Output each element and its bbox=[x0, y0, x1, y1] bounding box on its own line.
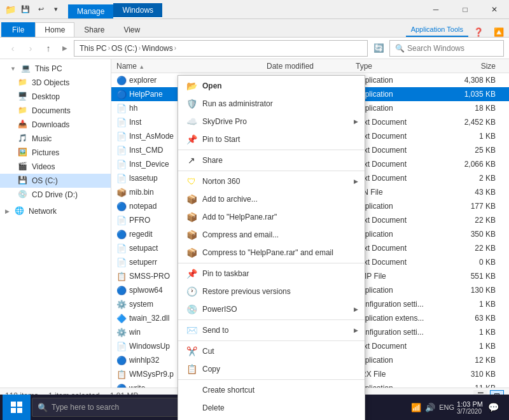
sidebar-item-3d-objects[interactable]: 📁 3D Objects bbox=[0, 76, 111, 90]
quick-dropdown-btn[interactable]: ▾ bbox=[49, 3, 63, 17]
ctx-run-admin-label: Run as administrator bbox=[202, 99, 273, 108]
ctx-open[interactable]: 📂 Open bbox=[178, 77, 365, 95]
ctx-run-admin[interactable]: 🛡️ Run as administrator bbox=[178, 95, 365, 113]
file-name-write: write bbox=[129, 384, 145, 388]
ctx-copy[interactable]: 📋 Copy bbox=[178, 360, 365, 378]
path-this-pc[interactable]: This PC bbox=[80, 44, 107, 53]
compress-rar-email-icon: 📦 bbox=[186, 247, 197, 258]
ctx-norton[interactable]: 🛡 Norton 360 bbox=[178, 172, 365, 190]
sidebar-item-this-pc[interactable]: ▼ 💻 This PC bbox=[0, 62, 111, 76]
ctx-poweriso[interactable]: 💿 PowerISO bbox=[178, 300, 365, 318]
sidebar-item-desktop[interactable]: 🖥️ Desktop bbox=[0, 90, 111, 104]
maximize-button[interactable]: □ bbox=[450, 0, 480, 19]
clock[interactable]: 1:03 PM 3/7/2020 bbox=[457, 400, 483, 415]
help-button[interactable]: ❓ bbox=[468, 27, 489, 37]
tab-view[interactable]: View bbox=[114, 22, 150, 37]
ctx-cut-label: Cut bbox=[202, 347, 214, 356]
minimize-button[interactable]: ─ bbox=[421, 0, 450, 19]
add-helppane-icon: 📦 bbox=[186, 211, 197, 223]
ctx-pin-start[interactable]: 📌 Pin to Start bbox=[178, 130, 365, 148]
volume-icon: 🔊 bbox=[425, 403, 435, 412]
col-header-size[interactable]: Size bbox=[445, 62, 496, 71]
ctx-rename[interactable]: Rename bbox=[178, 417, 365, 420]
ctx-pin-taskbar[interactable]: 📌 Pin to taskbar bbox=[178, 265, 365, 283]
sidebar-label-documents: Documents bbox=[32, 106, 71, 115]
time-display: 1:03 PM bbox=[457, 400, 483, 408]
ctx-compress-email[interactable]: 📦 Compress and email... bbox=[178, 226, 365, 244]
ctx-restore-label: Restore previous versions bbox=[202, 287, 291, 296]
notification-btn[interactable]: 💬 bbox=[485, 402, 501, 412]
norton-icon: 🛡 bbox=[186, 176, 197, 187]
sidebar-item-music[interactable]: 🎵 Music bbox=[0, 132, 111, 146]
taskbar-search-icon: 🔍 bbox=[38, 403, 48, 412]
app-tools-tab[interactable]: Application Tools bbox=[406, 23, 468, 37]
quick-save-btn[interactable]: 💾 bbox=[18, 3, 32, 17]
file-icon: 📄 bbox=[116, 103, 127, 113]
ctx-cut[interactable]: ✂️ Cut bbox=[178, 342, 365, 360]
ctx-divider-6 bbox=[178, 379, 365, 380]
col-header-type[interactable]: Type bbox=[356, 62, 445, 71]
address-path[interactable]: This PC › OS (C:) › Windows › bbox=[74, 40, 368, 57]
refresh-button[interactable]: 🔄 bbox=[370, 40, 387, 57]
svg-rect-2 bbox=[11, 408, 16, 413]
file-name: hh bbox=[129, 104, 137, 113]
ctx-pin-taskbar-label: Pin to taskbar bbox=[202, 269, 249, 278]
file-icon: 📄 bbox=[116, 117, 127, 127]
ctx-skydrive[interactable]: ☁️ SkyDrive Pro bbox=[178, 113, 365, 130]
forward-button[interactable]: › bbox=[23, 41, 38, 56]
sidebar-item-cd-drive[interactable]: 💿 CD Drive (D:) bbox=[0, 188, 111, 202]
col-header-date[interactable]: Date modified bbox=[267, 62, 356, 71]
sidebar-item-downloads[interactable]: 📥 Downloads bbox=[0, 118, 111, 132]
3d-objects-icon: 📁 bbox=[18, 78, 28, 88]
expand-ribbon-button[interactable]: 🔼 bbox=[489, 27, 509, 37]
search-input[interactable] bbox=[407, 44, 490, 53]
file-type: Application bbox=[356, 104, 445, 113]
sidebar-item-network[interactable]: ▶ 🌐 Network bbox=[0, 204, 111, 218]
file-size: 1,035 KB bbox=[445, 90, 496, 99]
sidebar-label-cd-drive: CD Drive (D:) bbox=[32, 190, 78, 199]
start-button[interactable] bbox=[3, 395, 31, 420]
quick-access-toolbar: 💾 ↩ ▾ bbox=[18, 3, 63, 17]
search-icon: 🔍 bbox=[395, 44, 405, 53]
ctx-send-to[interactable]: ✉️ Send to bbox=[178, 321, 365, 339]
cut-icon: ✂️ bbox=[186, 346, 197, 357]
tab-file[interactable]: File bbox=[1, 22, 35, 37]
close-button[interactable]: ✕ bbox=[480, 0, 509, 19]
tab-share[interactable]: Share bbox=[74, 22, 114, 37]
ctx-compress-rar-email[interactable]: 📦 Compress to "HelpPane.rar" and email bbox=[178, 244, 365, 262]
ctx-add-helppane[interactable]: 📦 Add to "HelpPane.rar" bbox=[178, 208, 365, 226]
path-arrow: ▶ bbox=[59, 42, 71, 55]
poweriso-icon: 💿 bbox=[186, 304, 197, 315]
path-os-c[interactable]: OS (C:) bbox=[111, 44, 137, 53]
share-icon: ↗ bbox=[186, 155, 197, 166]
tab-home[interactable]: Home bbox=[35, 22, 74, 37]
sidebar-item-os-c[interactable]: 💾 OS (C:) bbox=[0, 174, 111, 188]
ctx-restore-versions[interactable]: 🕐 Restore previous versions bbox=[178, 283, 365, 300]
ctx-norton-label: Norton 360 bbox=[202, 177, 240, 186]
ctx-delete[interactable]: Delete bbox=[178, 399, 365, 417]
up-button[interactable]: ↑ bbox=[41, 41, 56, 56]
file-name: HelpPane bbox=[129, 90, 163, 99]
date-display: 3/7/2020 bbox=[457, 408, 483, 415]
back-button[interactable]: ‹ bbox=[5, 41, 20, 56]
ctx-share[interactable]: ↗ Share bbox=[178, 151, 365, 169]
ctx-copy-label: Copy bbox=[202, 365, 220, 374]
taskbar-search-text: Type here to search bbox=[52, 403, 119, 412]
sidebar-item-videos[interactable]: 🎬 Videos bbox=[0, 160, 111, 174]
ribbon: File Home Share View Application Tools ❓… bbox=[0, 19, 509, 38]
search-box[interactable]: 🔍 bbox=[389, 40, 504, 57]
windows-tab-title[interactable]: Windows bbox=[113, 3, 162, 18]
path-windows[interactable]: Windows bbox=[142, 44, 173, 53]
col-header-name[interactable]: Name ▲ bbox=[114, 62, 267, 71]
ctx-add-archive[interactable]: 📦 Add to archive... bbox=[178, 190, 365, 208]
ctx-skydrive-label: SkyDrive Pro bbox=[202, 117, 247, 126]
sidebar-item-pictures[interactable]: 🖼️ Pictures bbox=[0, 146, 111, 160]
sidebar-item-documents[interactable]: 📁 Documents bbox=[0, 104, 111, 118]
documents-icon: 📁 bbox=[18, 106, 28, 116]
quick-undo-btn[interactable]: ↩ bbox=[34, 3, 48, 17]
ctx-create-shortcut[interactable]: Create shortcut bbox=[178, 381, 365, 399]
manage-tab[interactable]: Manage bbox=[68, 4, 113, 18]
sidebar-label-downloads: Downloads bbox=[32, 120, 69, 129]
open-icon: 📂 bbox=[186, 80, 197, 92]
address-bar: ‹ › ↑ ▶ This PC › OS (C:) › Windows › 🔄 … bbox=[0, 38, 509, 59]
